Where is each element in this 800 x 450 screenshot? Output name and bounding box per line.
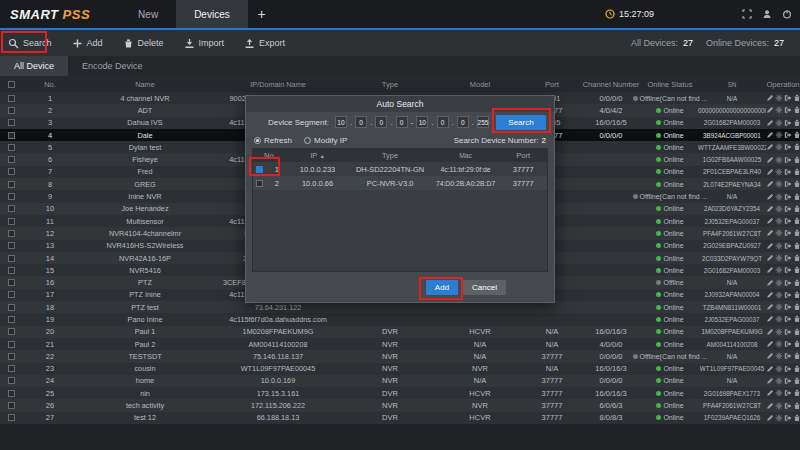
delete-icon[interactable] xyxy=(793,156,800,164)
header-type[interactable]: Type xyxy=(344,80,436,89)
settings-icon[interactable] xyxy=(775,229,783,237)
settings-icon[interactable] xyxy=(775,279,783,287)
delete-icon[interactable] xyxy=(793,254,800,262)
logout-icon[interactable] xyxy=(784,291,792,299)
row-checkbox[interactable] xyxy=(8,218,15,225)
modify-ip-option[interactable]: Modify IP xyxy=(304,136,347,145)
result-header-port[interactable]: Port xyxy=(499,151,547,160)
logout-icon[interactable] xyxy=(784,352,792,360)
settings-icon[interactable] xyxy=(775,414,783,422)
logout-icon[interactable] xyxy=(784,156,792,164)
logout-icon[interactable] xyxy=(784,119,792,127)
edit-icon[interactable] xyxy=(766,119,774,127)
edit-icon[interactable] xyxy=(766,340,774,348)
logout-icon[interactable] xyxy=(784,266,792,274)
settings-icon[interactable] xyxy=(775,315,783,323)
segment-to-octet-4[interactable]: 255 xyxy=(477,116,489,128)
header-status[interactable]: Online Status xyxy=(642,80,698,89)
row-checkbox[interactable] xyxy=(8,193,15,200)
logout-icon[interactable] xyxy=(784,377,792,385)
logout-icon[interactable] xyxy=(784,315,792,323)
table-row[interactable]: 22 TESTSDT 75.146.118.137 NVR N/A 37777 … xyxy=(0,350,800,362)
search-result-row[interactable]: 1 10.0.0.233 DH-SD22204TN-GN 4c:11:bf:29… xyxy=(253,162,547,176)
settings-icon[interactable] xyxy=(775,352,783,360)
edit-icon[interactable] xyxy=(766,106,774,114)
edit-icon[interactable] xyxy=(766,229,774,237)
header-ip[interactable]: IP/Domain Name xyxy=(212,80,344,89)
delete-icon[interactable] xyxy=(793,131,800,139)
result-checkbox[interactable] xyxy=(256,166,263,173)
row-checkbox[interactable] xyxy=(8,107,15,114)
segment-from-octet-1[interactable]: 10 xyxy=(335,116,347,128)
logout-icon[interactable] xyxy=(784,217,792,225)
delete-icon[interactable] xyxy=(793,180,800,188)
delete-icon[interactable] xyxy=(793,205,800,213)
dialog-add-button[interactable]: Add xyxy=(426,280,458,295)
row-checkbox[interactable] xyxy=(8,279,15,286)
delete-icon[interactable] xyxy=(793,193,800,201)
row-checkbox[interactable] xyxy=(8,414,15,421)
refresh-option[interactable]: Refresh xyxy=(254,136,292,145)
fullscreen-icon[interactable] xyxy=(742,9,752,19)
row-checkbox[interactable] xyxy=(8,132,15,139)
delete-icon[interactable] xyxy=(793,414,800,422)
logout-icon[interactable] xyxy=(784,402,792,410)
settings-icon[interactable] xyxy=(775,365,783,373)
table-row[interactable]: 26 tech activity 172.115.206.222 NVR NVR… xyxy=(0,399,800,411)
dialog-search-button[interactable]: Search xyxy=(496,115,546,130)
settings-icon[interactable] xyxy=(775,266,783,274)
segment-from-octet-4[interactable]: 0 xyxy=(396,116,408,128)
add-tab-button[interactable]: + xyxy=(248,0,276,28)
logout-icon[interactable] xyxy=(784,340,792,348)
table-row[interactable]: 19 Pano Inine 4c115f6f7d0a.dahuaddns.com… xyxy=(0,313,800,325)
edit-icon[interactable] xyxy=(766,242,774,250)
row-checkbox[interactable] xyxy=(8,205,15,212)
row-checkbox[interactable] xyxy=(8,95,15,102)
edit-icon[interactable] xyxy=(766,180,774,188)
row-checkbox[interactable] xyxy=(8,390,15,397)
settings-icon[interactable] xyxy=(775,180,783,188)
edit-icon[interactable] xyxy=(766,402,774,410)
table-row[interactable]: 27 test 12 66.188.18.13 DVR HCVR 37777 8… xyxy=(0,412,800,424)
row-checkbox[interactable] xyxy=(8,353,15,360)
settings-icon[interactable] xyxy=(775,131,783,139)
row-checkbox[interactable] xyxy=(8,242,15,249)
row-checkbox[interactable] xyxy=(8,156,15,163)
logout-icon[interactable] xyxy=(784,414,792,422)
export-button[interactable]: Export xyxy=(244,38,285,49)
table-row[interactable]: 20 Paul 1 1M0208FPAEKUM9G DVR HCVR N/A 1… xyxy=(0,326,800,338)
delete-icon[interactable] xyxy=(793,143,800,151)
row-checkbox[interactable] xyxy=(8,341,15,348)
tab-encode-device[interactable]: Encode Device xyxy=(68,56,157,76)
segment-from-octet-3[interactable]: 0 xyxy=(375,116,387,128)
logout-icon[interactable] xyxy=(784,143,792,151)
row-checkbox[interactable] xyxy=(8,316,15,323)
row-checkbox[interactable] xyxy=(8,291,15,298)
table-row[interactable]: 24 home 10.0.0.169 NVR N/A 37777 0/0/0/0… xyxy=(0,375,800,387)
logout-icon[interactable] xyxy=(784,365,792,373)
settings-icon[interactable] xyxy=(775,402,783,410)
logout-icon[interactable] xyxy=(784,94,792,102)
delete-icon[interactable] xyxy=(793,328,800,336)
settings-icon[interactable] xyxy=(775,106,783,114)
edit-icon[interactable] xyxy=(766,168,774,176)
edit-icon[interactable] xyxy=(766,377,774,385)
delete-icon[interactable] xyxy=(793,377,800,385)
add-button[interactable]: Add xyxy=(72,38,103,49)
settings-icon[interactable] xyxy=(775,205,783,213)
row-checkbox[interactable] xyxy=(8,402,15,409)
logout-icon[interactable] xyxy=(784,279,792,287)
segment-to-octet-3[interactable]: 0 xyxy=(457,116,469,128)
settings-icon[interactable] xyxy=(775,217,783,225)
delete-icon[interactable] xyxy=(793,291,800,299)
edit-icon[interactable] xyxy=(766,266,774,274)
header-sn[interactable]: SN xyxy=(698,81,766,88)
row-checkbox[interactable] xyxy=(8,328,15,335)
user-icon[interactable] xyxy=(762,9,772,19)
search-button[interactable]: Search xyxy=(8,38,52,49)
edit-icon[interactable] xyxy=(766,389,774,397)
delete-icon[interactable] xyxy=(793,315,800,323)
logout-icon[interactable] xyxy=(784,131,792,139)
edit-icon[interactable] xyxy=(766,291,774,299)
delete-icon[interactable] xyxy=(793,229,800,237)
